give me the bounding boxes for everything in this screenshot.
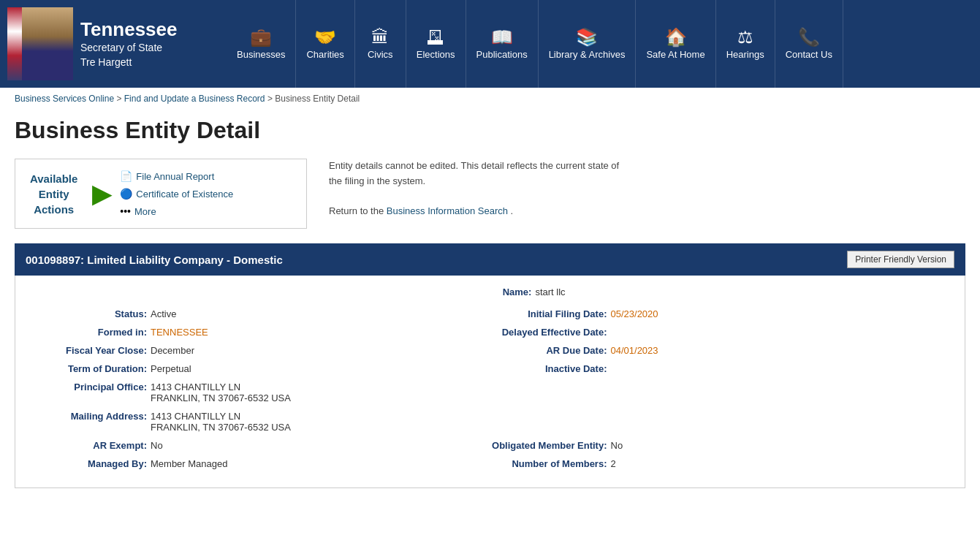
nav-contact[interactable]: 📞 Contact Us (775, 0, 843, 88)
number-of-members-field: Number of Members: 2 (490, 458, 951, 469)
entity-detail-table: Name: start llc Status: Active Initial F… (15, 276, 965, 488)
obligated-member-label: Obligated Member Entity: (490, 440, 607, 451)
principal-office-value: 1413 CHANTILLY LN FRANKLIN, TN 37067-653… (151, 382, 291, 403)
publications-icon: 📖 (491, 29, 513, 46)
entity-header: 001098897: Limited Liability Company - D… (15, 243, 965, 276)
term-field: Term of Duration: Perpetual (30, 363, 490, 374)
formed-in-field: Formed in: TENNESSEE (30, 327, 490, 338)
charities-label: Charities (306, 49, 343, 60)
ar-exempt-row: AR Exempt: No Obligated Member Entity: N… (30, 440, 950, 451)
hearings-icon: ⚖ (737, 29, 753, 46)
inactive-date-field: Inactive Date: (490, 363, 951, 374)
nav-elections[interactable]: 🗳 Elections (406, 0, 466, 88)
publications-label: Publications (476, 49, 528, 60)
status-row: Status: Active Initial Filing Date: 05/2… (30, 308, 950, 319)
business-info-search-link[interactable]: Business Information Search (387, 205, 508, 216)
civics-label: Civics (368, 49, 393, 60)
elections-icon: 🗳 (427, 29, 444, 46)
nav-hearings[interactable]: ⚖ Hearings (716, 0, 775, 88)
fiscal-year-label: Fiscal Year Close: (30, 345, 147, 356)
contact-icon: 📞 (798, 29, 820, 46)
breadcrumb-find[interactable]: Find and Update a Business Record (124, 94, 265, 104)
principal-office-line2: FRANKLIN, TN 37067-6532 USA (151, 392, 291, 403)
number-of-members-label: Number of Members: (490, 458, 607, 469)
status-label: Status: (30, 308, 147, 319)
obligated-member-value: No (611, 440, 623, 451)
action-certificate[interactable]: 🔵 Certificate of Existence (120, 188, 233, 200)
notice-text1: Entity details cannot be edited. This de… (329, 160, 619, 186)
fiscal-year-field: Fiscal Year Close: December (30, 345, 490, 356)
file-icon: 📄 (120, 170, 132, 182)
action-more[interactable]: ••• More (120, 205, 233, 217)
formed-in-value: TENNESSEE (151, 327, 208, 338)
breadcrumb-current: Business Entity Detail (275, 94, 360, 104)
contact-label: Contact Us (786, 49, 832, 60)
ar-exempt-field: AR Exempt: No (30, 440, 490, 451)
name-row: Name: start llc (30, 287, 950, 297)
obligated-member-field: Obligated Member Entity: No (490, 440, 951, 451)
delayed-effective-date-label: Delayed Effective Date: (490, 327, 607, 338)
nav-civics[interactable]: 🏛 Civics (355, 0, 406, 88)
elections-label: Elections (417, 49, 455, 60)
name-value: start llc (535, 287, 565, 297)
library-icon: 📚 (576, 29, 598, 46)
more-link[interactable]: More (134, 206, 156, 217)
entity-header-title: 001098897: Limited Liability Company - D… (26, 254, 283, 266)
actions-label: AvailableEntityActions (30, 171, 77, 217)
action-file-annual[interactable]: 📄 File Annual Report (120, 170, 233, 182)
businesses-label: Businesses (237, 49, 285, 60)
nav-safeathome[interactable]: 🏠 Safe At Home (636, 0, 715, 88)
page-title: Business Entity Detail (15, 117, 965, 144)
principal-office-label: Principal Office: (30, 382, 147, 392)
arrow-icon: ▶ (92, 181, 113, 207)
page-title-area: Business Entity Detail (0, 110, 980, 159)
term-row: Term of Duration: Perpetual Inactive Dat… (30, 363, 950, 374)
state-name: Tennessee (80, 18, 177, 41)
number-of-members-value: 2 (611, 458, 616, 469)
mailing-address-line2: FRANKLIN, TN 37067-6532 USA (151, 422, 291, 433)
notice-period: . (511, 205, 514, 216)
managed-by-row: Managed By: Member Managed Number of Mem… (30, 458, 950, 469)
nav-publications[interactable]: 📖 Publications (466, 0, 539, 88)
breadcrumb-sep2: > (267, 94, 275, 104)
entity-actions-box: AvailableEntityActions ▶ 📄 File Annual R… (15, 159, 307, 229)
status-field: Status: Active (30, 308, 490, 319)
entity-notice: Entity details cannot be edited. This de… (329, 159, 621, 219)
principal-office-line1: 1413 CHANTILLY LN (151, 382, 291, 392)
fiscal-year-row: Fiscal Year Close: December AR Due Date:… (30, 345, 950, 356)
nav-charities[interactable]: 🤝 Charities (296, 0, 354, 88)
main-nav: 💼 Businesses 🤝 Charities 🏛 Civics 🗳 Elec… (227, 0, 980, 88)
term-label: Term of Duration: (30, 363, 147, 374)
term-value: Perpetual (151, 363, 191, 374)
name-field: Name: start llc (414, 287, 565, 297)
breadcrumb-bso[interactable]: Business Services Online (15, 94, 114, 104)
file-annual-link[interactable]: File Annual Report (136, 171, 214, 182)
secretary-title: Secretary of State (80, 41, 177, 56)
empty-right (490, 382, 951, 403)
managed-by-label: Managed By: (30, 458, 147, 469)
printer-friendly-button[interactable]: Printer Friendly Version (847, 251, 954, 268)
actions-area: AvailableEntityActions ▶ 📄 File Annual R… (0, 159, 980, 243)
formed-in-label: Formed in: (30, 327, 147, 338)
safeathome-label: Safe At Home (646, 49, 704, 60)
hearings-label: Hearings (726, 49, 764, 60)
formed-in-row: Formed in: TENNESSEE Delayed Effective D… (30, 327, 950, 338)
nav-library[interactable]: 📚 Library & Archives (539, 0, 637, 88)
principal-office-row: Principal Office: 1413 CHANTILLY LN FRAN… (30, 382, 950, 403)
charities-icon: 🤝 (314, 29, 336, 46)
ar-due-date-label: AR Due Date: (490, 345, 607, 356)
civics-icon: 🏛 (371, 29, 389, 46)
more-icon: ••• (120, 205, 131, 217)
mailing-address-value: 1413 CHANTILLY LN FRANKLIN, TN 37067-653… (151, 411, 291, 433)
safeathome-icon: 🏠 (665, 29, 687, 46)
actions-links: 📄 File Annual Report 🔵 Certificate of Ex… (120, 170, 233, 217)
ar-exempt-label: AR Exempt: (30, 440, 147, 451)
certificate-link[interactable]: Certificate of Existence (136, 189, 233, 200)
initial-filing-date-label: Initial Filing Date: (490, 308, 607, 319)
nav-businesses[interactable]: 💼 Businesses (227, 0, 296, 88)
main-content: 001098897: Limited Liability Company - D… (0, 243, 980, 503)
mailing-address-row: Mailing Address: 1413 CHANTILLY LN FRANK… (30, 411, 950, 433)
fiscal-year-value: December (151, 345, 194, 356)
breadcrumb: Business Services Online > Find and Upda… (0, 88, 980, 110)
header-logo: Tennessee Secretary of State Tre Hargett (0, 0, 227, 88)
